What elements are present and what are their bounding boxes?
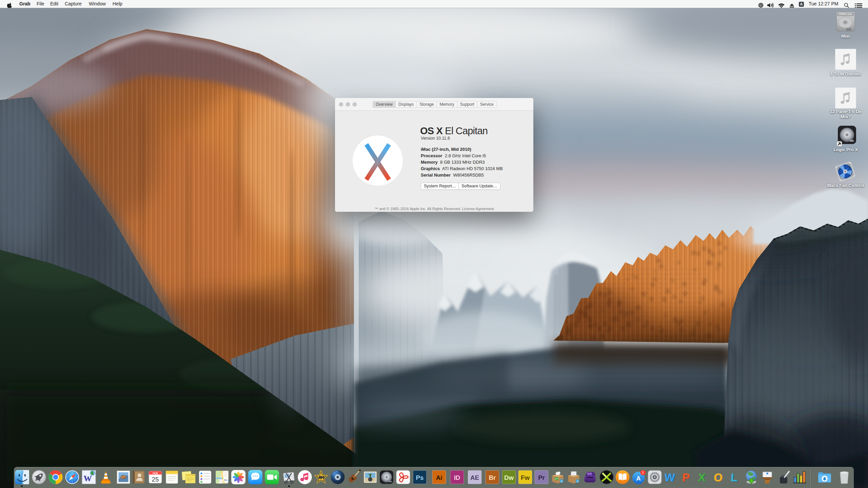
svg-text:P: P xyxy=(682,471,690,484)
svg-text:AE: AE xyxy=(470,474,479,481)
svg-text:q: q xyxy=(561,480,562,483)
svg-text:Br: Br xyxy=(489,474,496,481)
svg-text:Ps: Ps xyxy=(416,474,424,481)
svg-text:ID: ID xyxy=(454,474,460,481)
svg-text:Dw: Dw xyxy=(504,474,514,481)
svg-text:X: X xyxy=(698,471,706,484)
svg-text:Ai: Ai xyxy=(436,474,442,481)
svg-text:W: W xyxy=(664,471,676,484)
svg-text:q: q xyxy=(577,480,578,483)
svg-text:25: 25 xyxy=(152,476,159,483)
svg-text:Pr: Pr xyxy=(538,474,545,481)
svg-text:O: O xyxy=(713,471,723,484)
svg-text:3D: 3D xyxy=(224,479,227,482)
svg-text:Fw: Fw xyxy=(521,474,530,481)
svg-text:FEB: FEB xyxy=(153,472,158,475)
svg-text:A: A xyxy=(636,475,641,482)
svg-text:L: L xyxy=(730,471,738,484)
svg-text:1: 1 xyxy=(642,471,644,474)
